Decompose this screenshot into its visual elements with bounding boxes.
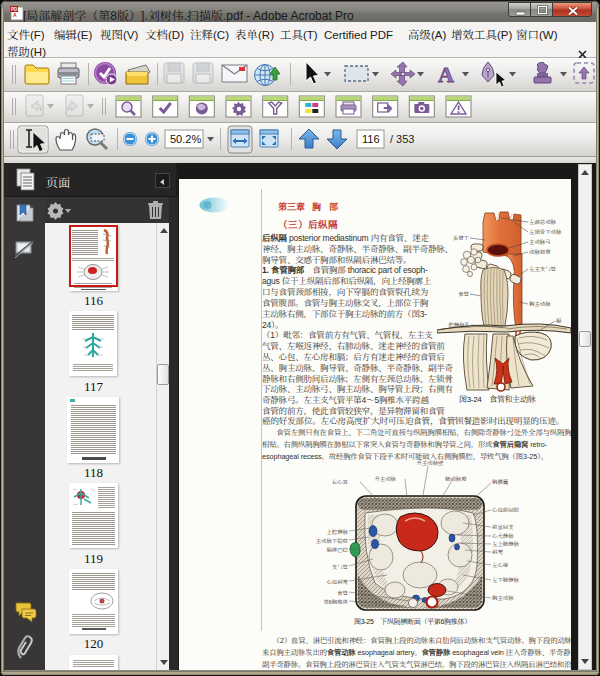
svg-text:胸主动脉: 胸主动脉 [529, 300, 551, 308]
svg-text:A: A [13, 11, 17, 18]
svg-text:胸主动脉: 胸主动脉 [492, 594, 514, 602]
svg-text:右心耳: 右心耳 [332, 478, 349, 486]
svg-text:左主支气管: 左主支气管 [529, 265, 557, 273]
svg-text:主动脉下隐窝: 主动脉下隐窝 [316, 537, 349, 545]
svg-text:支气管: 支气管 [332, 563, 349, 571]
svg-text:左锁骨下动脉: 左锁骨下动脉 [529, 228, 562, 236]
svg-text:/ 353: / 353 [390, 130, 414, 146]
svg-text:前室间支: 前室间支 [492, 523, 514, 531]
svg-text:肺动脉瓣: 肺动脉瓣 [445, 475, 467, 483]
svg-text:上腔静脉: 上腔静脉 [326, 528, 348, 536]
svg-text:动脉韧带: 动脉韧带 [529, 248, 551, 256]
svg-text:左心房: 左心房 [492, 561, 509, 569]
svg-text:心大静脉: 心大静脉 [492, 532, 514, 540]
svg-text:116: 116 [362, 130, 380, 146]
svg-text:左下肺静脉: 左下肺静脉 [492, 576, 520, 584]
svg-text:左上肺静脉: 左上肺静脉 [492, 540, 520, 548]
svg-text:50.2%: 50.2% [170, 130, 201, 146]
svg-text:斜窦: 斜窦 [492, 548, 503, 556]
svg-text:食管: 食管 [458, 290, 469, 298]
svg-text:升主动脉: 升主动脉 [374, 475, 396, 483]
svg-text:A: A [438, 62, 454, 87]
svg-text:胸膜囊: 胸膜囊 [492, 478, 509, 486]
svg-text:主动脉弓: 主动脉弓 [529, 238, 551, 246]
svg-text:食管: 食管 [337, 589, 348, 597]
svg-text:头臂干: 头臂干 [453, 234, 470, 242]
svg-text:心包前间隙: 心包前间隙 [492, 506, 520, 514]
svg-text:膈: 膈 [556, 317, 562, 325]
svg-text:第6胸椎体: 第6胸椎体 [323, 598, 348, 606]
svg-text:心包斜窦: 心包斜窦 [326, 578, 348, 586]
svg-text:左颈总动脉: 左颈总动脉 [529, 218, 557, 226]
svg-text:升主动脉壁: 升主动脉壁 [417, 459, 445, 467]
svg-text:膈淋巴结: 膈淋巴结 [326, 546, 348, 554]
svg-text:腔静脉孔: 腔静脉孔 [448, 321, 470, 329]
